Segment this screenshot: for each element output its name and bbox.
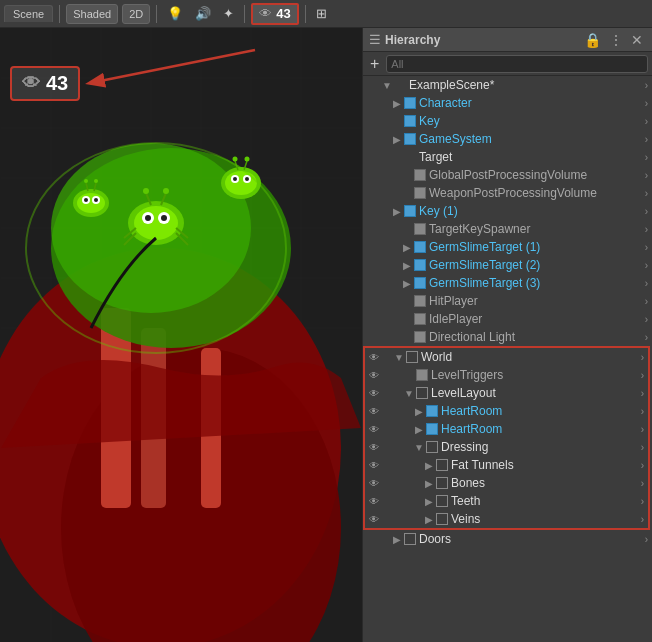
hierarchy-item-leveltriggers[interactable]: 👁LevelTriggers› <box>365 366 648 384</box>
chevron-germslime3: › <box>645 278 648 289</box>
label-germslime1: GermSlimeTarget (1) <box>429 240 645 254</box>
chevron-character: › <box>645 98 648 109</box>
label-heartroom1: HeartRoom <box>441 404 641 418</box>
chevron-key: › <box>645 116 648 127</box>
icon-germslime3 <box>413 276 427 290</box>
audio-icon-btn[interactable]: 🔊 <box>191 3 215 25</box>
hierarchy-item-heartroom2[interactable]: 👁▶HeartRoom› <box>365 420 648 438</box>
shaded-dropdown[interactable]: Shaded <box>66 4 118 24</box>
hierarchy-item-veins[interactable]: 👁▶Veins› <box>365 510 648 528</box>
gameobj-icon <box>414 313 426 325</box>
hierarchy-item-targetkeyspawner[interactable]: TargetKeySpawner› <box>363 220 652 238</box>
chevron-world: › <box>641 352 644 363</box>
hierarchy-item-levellayout[interactable]: 👁▼LevelLayout› <box>365 384 648 402</box>
cube-outline-icon <box>436 477 448 489</box>
icon-gamesystem <box>403 132 417 146</box>
arrow-world: ▼ <box>393 352 405 363</box>
hierarchy-item-hitplayer[interactable]: HitPlayer› <box>363 292 652 310</box>
hierarchy-item-fattunnels[interactable]: 👁▶Fat Tunnels› <box>365 456 648 474</box>
cube-outline-icon <box>404 533 416 545</box>
gizmo-overlay-count: 43 <box>46 72 68 95</box>
hierarchy-item-dressing[interactable]: 👁▼Dressing› <box>365 438 648 456</box>
hierarchy-item-character[interactable]: ▶Character› <box>363 94 652 112</box>
scene-tab[interactable]: Scene <box>4 5 53 22</box>
label-idleplayer: IdlePlayer <box>429 312 645 326</box>
fx-icon-btn[interactable]: ✦ <box>219 3 238 25</box>
chevron-globalpostprocessing: › <box>645 170 648 181</box>
hierarchy-item-germslime1[interactable]: ▶GermSlimeTarget (1)› <box>363 238 652 256</box>
hierarchy-item-germslime2[interactable]: ▶GermSlimeTarget (2)› <box>363 256 652 274</box>
hierarchy-menu-icon: ☰ <box>369 32 381 47</box>
svg-point-52 <box>84 179 88 183</box>
hierarchy-item-heartroom1[interactable]: 👁▶HeartRoom› <box>365 402 648 420</box>
label-key1: Key (1) <box>419 204 645 218</box>
svg-point-42 <box>233 157 238 162</box>
gizmo-count-value: 43 <box>276 6 290 21</box>
arrow-gamesystem: ▶ <box>391 134 403 145</box>
eye-col-dressing: 👁 <box>365 442 383 453</box>
hierarchy-item-example-scene[interactable]: ▼ExampleScene*› <box>363 76 652 94</box>
light-icon-btn[interactable]: 💡 <box>163 3 187 25</box>
svg-point-49 <box>94 198 98 202</box>
arrow-teeth: ▶ <box>423 496 435 507</box>
label-veins: Veins <box>451 512 641 526</box>
scene-view: 👁 43 <box>0 28 362 642</box>
chevron-dressing: › <box>641 442 644 453</box>
hierarchy-item-target[interactable]: Target› <box>363 148 652 166</box>
grid-icon-btn[interactable]: ⊞ <box>312 3 331 25</box>
label-key: Key <box>419 114 645 128</box>
gizmo-overlay-eye-icon: 👁 <box>22 73 40 94</box>
hierarchy-item-world[interactable]: 👁▼World› <box>365 348 648 366</box>
icon-bones <box>435 476 449 490</box>
hierarchy-item-gamesystem[interactable]: ▶GameSystem› <box>363 130 652 148</box>
hierarchy-item-germslime3[interactable]: ▶GermSlimeTarget (3)› <box>363 274 652 292</box>
eye-col-leveltriggers: 👁 <box>365 370 383 381</box>
chevron-idleplayer: › <box>645 314 648 325</box>
arrow-dressing: ▼ <box>413 442 425 453</box>
eye-col-teeth: 👁 <box>365 496 383 507</box>
label-germslime2: GermSlimeTarget (2) <box>429 258 645 272</box>
icon-leveltriggers <box>415 368 429 382</box>
svg-point-25 <box>161 215 167 221</box>
content-area: 👁 43 ☰ Hierarchy 🔒 <box>0 28 652 642</box>
hierarchy-search-input[interactable] <box>386 55 648 73</box>
svg-point-53 <box>94 179 98 183</box>
chevron-leveltriggers: › <box>641 370 644 381</box>
icon-heartroom2 <box>425 422 439 436</box>
label-globalpostprocessing: GlobalPostProcessingVolume <box>429 168 645 182</box>
hierarchy-item-doors[interactable]: ▶Doors› <box>363 530 652 548</box>
arrow-fattunnels: ▶ <box>423 460 435 471</box>
hierarchy-item-teeth[interactable]: 👁▶Teeth› <box>365 492 648 510</box>
hierarchy-item-key[interactable]: Key› <box>363 112 652 130</box>
gizmo-overlay-badge[interactable]: 👁 43 <box>10 66 80 101</box>
hierarchy-item-idleplayer[interactable]: IdlePlayer› <box>363 310 652 328</box>
icon-doors <box>403 532 417 546</box>
scene-background <box>0 28 362 642</box>
chevron-key1: › <box>645 206 648 217</box>
hierarchy-item-key1[interactable]: ▶Key (1)› <box>363 202 652 220</box>
arrow-veins: ▶ <box>423 514 435 525</box>
icon-hitplayer <box>413 294 427 308</box>
label-hitplayer: HitPlayer <box>429 294 645 308</box>
hierarchy-close-btn[interactable]: ✕ <box>628 32 646 48</box>
chevron-germslime2: › <box>645 260 648 271</box>
label-directionallight: Directional Light <box>429 330 645 344</box>
2d-button[interactable]: 2D <box>122 4 150 24</box>
main-container: Scene Shaded 2D 💡 🔊 ✦ 👁 43 ⊞ <box>0 0 652 642</box>
hierarchy-add-btn[interactable]: + <box>367 55 382 73</box>
arrow-doors: ▶ <box>391 534 403 545</box>
label-heartroom2: HeartRoom <box>441 422 641 436</box>
hierarchy-options-btn[interactable]: ⋮ <box>606 32 626 48</box>
label-leveltriggers: LevelTriggers <box>431 368 641 382</box>
icon-germslime2 <box>413 258 427 272</box>
gizmo-eye-toolbar-icon: 👁 <box>259 6 272 21</box>
hierarchy-item-weaponpostprocessing[interactable]: WeaponPostProcessingVolume› <box>363 184 652 202</box>
hierarchy-item-bones[interactable]: 👁▶Bones› <box>365 474 648 492</box>
hierarchy-lock-btn[interactable]: 🔒 <box>581 32 604 48</box>
label-target: Target <box>419 150 645 164</box>
hierarchy-item-globalpostprocessing[interactable]: GlobalPostProcessingVolume› <box>363 166 652 184</box>
world-section-box: 👁▼World›👁LevelTriggers›👁▼LevelLayout›👁▶H… <box>363 346 650 530</box>
gameobj-icon <box>414 223 426 235</box>
gizmo-count-toolbar[interactable]: 👁 43 <box>251 3 298 25</box>
hierarchy-item-directionallight[interactable]: Directional Light› <box>363 328 652 346</box>
